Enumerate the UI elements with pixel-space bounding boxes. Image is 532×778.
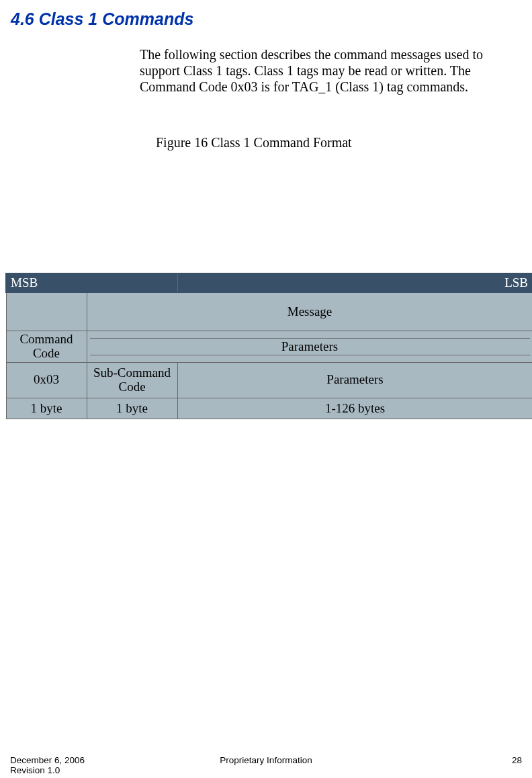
section-heading: 4.6 Class 1 Commands (11, 9, 527, 29)
footer-center: Proprietary Information (10, 755, 522, 765)
row-sizes: 1 byte 1 byte 1-126 bytes (6, 398, 532, 419)
footer-revision: Revision 1.0 (10, 765, 85, 775)
lsb-label: LSB (177, 273, 532, 292)
command-code-cell: Command Code (6, 331, 87, 363)
message-cell: Message (87, 292, 532, 331)
table-header-bar: MSB LSB (6, 273, 532, 292)
cell-1-byte-a: 1 byte (6, 398, 87, 419)
intro-paragraph: The following section describes the comm… (140, 46, 504, 95)
row-values: 0x03 Sub-Command Code Parameters (6, 362, 532, 398)
cell-parameters: Parameters (177, 362, 532, 398)
row-message: Message (6, 292, 532, 331)
footer-page-number: 28 (512, 755, 522, 765)
cell-1-126-bytes: 1-126 bytes (177, 398, 532, 419)
cell-0x03: 0x03 (6, 362, 87, 398)
parameters-inner: Parameters (90, 338, 530, 355)
msb-label: MSB (6, 273, 177, 292)
cell-1-byte-b: 1 byte (87, 398, 177, 419)
row-command-params: Command Code Parameters (6, 331, 532, 363)
cell-sub-command-code: Sub-Command Code (87, 362, 177, 398)
figure-caption: Figure 16 Class 1 Command Format (156, 135, 527, 150)
parameters-cell: Parameters (87, 331, 532, 363)
blank-cell (6, 292, 87, 331)
command-format-table: MSB LSB Message Command Code Parameters … (5, 273, 532, 419)
